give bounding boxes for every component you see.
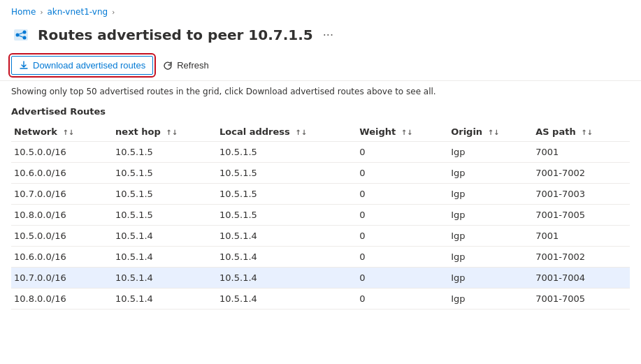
cell-local-address: 10.5.1.4: [217, 247, 356, 268]
cell-network: 10.7.0.0/16: [11, 184, 113, 205]
cell-next-hop: 10.5.1.4: [113, 226, 217, 247]
svg-point-3: [23, 36, 27, 40]
table-row[interactable]: 10.7.0.0/1610.5.1.410.5.1.40Igp7001-7004: [11, 268, 630, 289]
cell-local-address: 10.5.1.5: [217, 205, 356, 226]
cell-origin: Igp: [448, 226, 533, 247]
breadcrumb-sep2: ›: [112, 8, 115, 16]
col-header-origin[interactable]: Origin: [448, 121, 533, 142]
table-row[interactable]: 10.5.0.0/1610.5.1.510.5.1.50Igp7001: [11, 142, 630, 163]
col-header-as-path[interactable]: AS path: [533, 121, 630, 142]
cell-origin: Igp: [448, 247, 533, 268]
table-container: Network next hop Local address Weight Or…: [0, 121, 641, 310]
cell-weight: 0: [356, 205, 448, 226]
cell-next-hop: 10.5.1.4: [113, 268, 217, 289]
table-row[interactable]: 10.8.0.0/1610.5.1.410.5.1.40Igp7001-7005: [11, 289, 630, 310]
table-header-row: Network next hop Local address Weight Or…: [11, 121, 630, 142]
cell-as-path: 7001-7005: [533, 205, 630, 226]
cell-weight: 0: [356, 142, 448, 163]
table-row[interactable]: 10.5.0.0/1610.5.1.410.5.1.40Igp7001: [11, 226, 630, 247]
cell-network: 10.5.0.0/16: [11, 142, 113, 163]
cell-as-path: 7001-7002: [533, 247, 630, 268]
info-text: Showing only top 50 advertised routes in…: [0, 81, 641, 101]
cell-weight: 0: [356, 226, 448, 247]
cell-origin: Igp: [448, 163, 533, 184]
cell-local-address: 10.5.1.5: [217, 142, 356, 163]
table-row[interactable]: 10.6.0.0/1610.5.1.410.5.1.40Igp7001-7002: [11, 247, 630, 268]
cell-as-path: 7001-7004: [533, 268, 630, 289]
cell-weight: 0: [356, 289, 448, 310]
cell-origin: Igp: [448, 184, 533, 205]
cell-local-address: 10.5.1.5: [217, 184, 356, 205]
cell-network: 10.8.0.0/16: [11, 205, 113, 226]
page-title: Routes advertised to peer 10.7.1.5: [38, 27, 313, 43]
cell-origin: Igp: [448, 142, 533, 163]
breadcrumb: Home › akn-vnet1-vng ›: [0, 0, 641, 21]
breadcrumb-home[interactable]: Home: [11, 7, 36, 17]
page-header: Routes advertised to peer 10.7.1.5 ···: [0, 21, 641, 52]
svg-point-1: [16, 34, 20, 37]
cell-network: 10.6.0.0/16: [11, 163, 113, 184]
download-advertised-routes-button[interactable]: Download advertised routes: [11, 56, 153, 75]
cell-network: 10.5.0.0/16: [11, 226, 113, 247]
col-header-network[interactable]: Network: [11, 121, 113, 142]
cell-local-address: 10.5.1.4: [217, 226, 356, 247]
cell-next-hop: 10.5.1.5: [113, 184, 217, 205]
cell-weight: 0: [356, 247, 448, 268]
col-header-next-hop[interactable]: next hop: [113, 121, 217, 142]
section-title: Advertised Routes: [0, 101, 641, 121]
cell-next-hop: 10.5.1.5: [113, 163, 217, 184]
cell-weight: 0: [356, 184, 448, 205]
cell-weight: 0: [356, 163, 448, 184]
cell-network: 10.7.0.0/16: [11, 268, 113, 289]
cell-as-path: 7001-7003: [533, 184, 630, 205]
more-options-icon[interactable]: ···: [323, 29, 333, 42]
cell-next-hop: 10.5.1.4: [113, 289, 217, 310]
refresh-icon: [163, 61, 173, 71]
col-header-local-address[interactable]: Local address: [217, 121, 356, 142]
svg-point-2: [23, 31, 27, 34]
page-icon: [11, 25, 31, 45]
cell-weight: 0: [356, 268, 448, 289]
cell-local-address: 10.5.1.5: [217, 163, 356, 184]
cell-network: 10.8.0.0/16: [11, 289, 113, 310]
routes-table: Network next hop Local address Weight Or…: [11, 121, 630, 310]
col-header-weight[interactable]: Weight: [356, 121, 448, 142]
cell-next-hop: 10.5.1.4: [113, 247, 217, 268]
download-icon: [19, 61, 29, 71]
toolbar: Download advertised routes Refresh: [0, 52, 641, 81]
cell-origin: Igp: [448, 289, 533, 310]
cell-as-path: 7001: [533, 142, 630, 163]
breadcrumb-sep1: ›: [40, 8, 43, 16]
cell-next-hop: 10.5.1.5: [113, 205, 217, 226]
table-row[interactable]: 10.7.0.0/1610.5.1.510.5.1.50Igp7001-7003: [11, 184, 630, 205]
table-row[interactable]: 10.6.0.0/1610.5.1.510.5.1.50Igp7001-7002: [11, 163, 630, 184]
breadcrumb-parent[interactable]: akn-vnet1-vng: [47, 7, 108, 17]
cell-origin: Igp: [448, 268, 533, 289]
cell-next-hop: 10.5.1.5: [113, 142, 217, 163]
cell-as-path: 7001-7002: [533, 163, 630, 184]
table-row[interactable]: 10.8.0.0/1610.5.1.510.5.1.50Igp7001-7005: [11, 205, 630, 226]
cell-network: 10.6.0.0/16: [11, 247, 113, 268]
cell-local-address: 10.5.1.4: [217, 268, 356, 289]
cell-as-path: 7001-7005: [533, 289, 630, 310]
cell-as-path: 7001: [533, 226, 630, 247]
refresh-button[interactable]: Refresh: [156, 57, 216, 74]
cell-local-address: 10.5.1.4: [217, 289, 356, 310]
cell-origin: Igp: [448, 205, 533, 226]
